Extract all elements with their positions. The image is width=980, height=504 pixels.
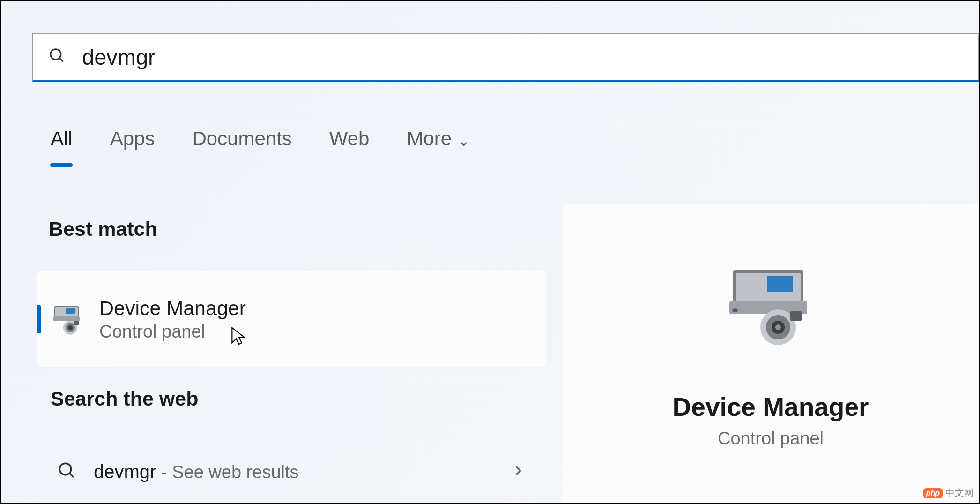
preview-subtitle: Control panel <box>718 429 824 449</box>
svg-point-8 <box>68 325 73 330</box>
best-match-result[interactable]: Device Manager Control panel <box>37 271 546 367</box>
svg-line-11 <box>69 473 74 477</box>
svg-point-10 <box>59 463 71 475</box>
search-box[interactable] <box>32 33 979 82</box>
svg-point-20 <box>775 324 781 330</box>
svg-rect-21 <box>790 311 802 321</box>
svg-line-1 <box>59 58 63 62</box>
device-manager-icon <box>52 302 85 336</box>
watermark-badge: php <box>923 488 943 498</box>
web-result-query: devmgr <box>94 461 156 482</box>
tab-more-label: More <box>407 128 452 150</box>
search-filter-tabs: All Apps Documents Web More <box>51 128 469 164</box>
result-text-block: Device Manager Control panel <box>99 297 246 342</box>
best-match-heading: Best match <box>49 218 157 241</box>
tab-documents[interactable]: Documents <box>192 128 291 164</box>
preview-title: Device Manager <box>673 392 869 422</box>
tab-more[interactable]: More <box>407 128 469 164</box>
chevron-down-icon <box>458 132 469 143</box>
search-input[interactable] <box>82 44 963 70</box>
result-title: Device Manager <box>99 297 246 320</box>
tab-apps[interactable]: Apps <box>110 128 155 164</box>
tab-web[interactable]: Web <box>329 128 370 164</box>
svg-point-16 <box>732 308 738 312</box>
web-search-result[interactable]: devmgr - See web results <box>37 449 546 494</box>
search-icon <box>57 461 77 482</box>
svg-rect-9 <box>74 321 79 325</box>
search-web-heading: Search the web <box>51 387 198 410</box>
web-result-suffix: - See web results <box>156 462 298 482</box>
device-manager-icon-large <box>724 265 817 345</box>
tab-all[interactable]: All <box>51 128 73 164</box>
web-result-text: devmgr - See web results <box>94 461 510 482</box>
svg-point-0 <box>51 49 61 60</box>
preview-pane: Device Manager Control panel <box>562 204 979 503</box>
chevron-right-icon <box>510 462 527 481</box>
svg-rect-4 <box>66 308 75 314</box>
svg-rect-5 <box>53 316 80 321</box>
result-subtitle: Control panel <box>99 322 246 342</box>
watermark: php 中文网 <box>923 487 973 499</box>
search-icon <box>48 47 66 67</box>
watermark-text: 中文网 <box>945 487 973 499</box>
svg-rect-14 <box>767 276 793 292</box>
